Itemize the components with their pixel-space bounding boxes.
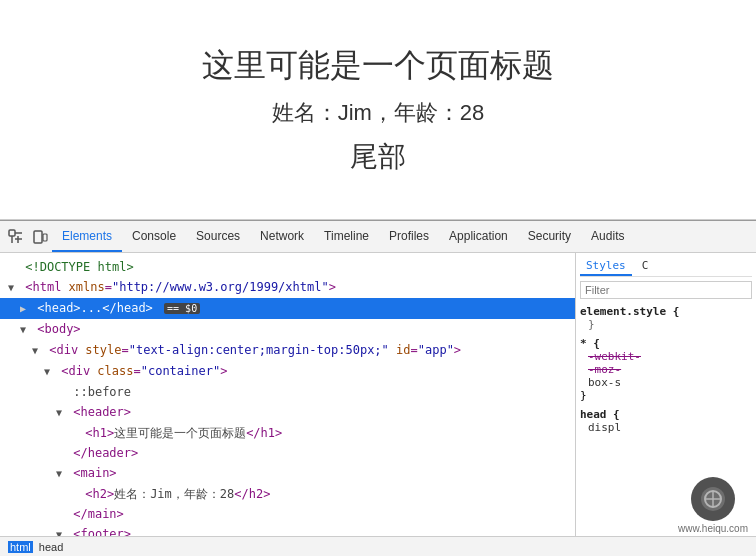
tab-profiles[interactable]: Profiles bbox=[379, 221, 439, 252]
devtools-panel: Elements Console Sources Network Timelin… bbox=[0, 220, 756, 556]
inspect-icon[interactable] bbox=[4, 225, 28, 249]
style-block-head: displ bbox=[580, 421, 752, 434]
dom-line-html[interactable]: <html xmlns="http://www.w3.org/1999/xhtm… bbox=[0, 277, 575, 298]
style-prop-display: displ bbox=[588, 421, 752, 434]
preview-area: 这里可能是一个页面标题 姓名：Jim，年龄：28 尾部 bbox=[0, 0, 756, 220]
tab-timeline[interactable]: Timeline bbox=[314, 221, 379, 252]
tab-network[interactable]: Network bbox=[250, 221, 314, 252]
tab-audits[interactable]: Audits bbox=[581, 221, 634, 252]
dom-line-header-close: </header> bbox=[0, 443, 575, 463]
dom-line-div-container[interactable]: <div class="container"> bbox=[0, 361, 575, 382]
styles-filter-input[interactable] bbox=[580, 281, 752, 299]
devtools-status-bar: html head bbox=[0, 536, 756, 556]
style-selector: element.style { bbox=[580, 305, 752, 318]
style-selector-star: * { bbox=[580, 337, 752, 350]
devtools-body: <!DOCTYPE html> <html xmlns="http://www.… bbox=[0, 253, 756, 536]
breadcrumb-html[interactable]: html bbox=[8, 541, 33, 553]
devtools-toolbar: Elements Console Sources Network Timelin… bbox=[0, 221, 756, 253]
style-selector-head: head { bbox=[580, 408, 752, 421]
style-prop-box: box-s bbox=[588, 376, 752, 389]
page-title: 这里可能是一个页面标题 bbox=[202, 44, 554, 88]
device-icon[interactable] bbox=[28, 225, 52, 249]
style-prop-moz: -moz- bbox=[588, 363, 752, 376]
page-subtitle: 姓名：Jim，年龄：28 bbox=[272, 98, 485, 128]
watermark-text: www.heiqu.com bbox=[678, 523, 748, 534]
breadcrumb-head[interactable]: head bbox=[37, 541, 65, 553]
page-footer: 尾部 bbox=[350, 138, 406, 176]
styles-tab-bar: Styles C bbox=[580, 257, 752, 277]
tab-application[interactable]: Application bbox=[439, 221, 518, 252]
dom-line-head[interactable]: <head>...</head> == $0 bbox=[0, 298, 575, 319]
svg-rect-5 bbox=[34, 231, 42, 243]
tab-elements[interactable]: Elements bbox=[52, 221, 122, 252]
style-block-star: -webkit- -moz- box-s bbox=[580, 350, 752, 389]
watermark: www.heiqu.com bbox=[678, 477, 748, 534]
dom-line-doctype: <!DOCTYPE html> bbox=[0, 257, 575, 277]
styles-tab-styles[interactable]: Styles bbox=[580, 257, 632, 276]
dom-line-main[interactable]: <main> bbox=[0, 463, 575, 484]
styles-tab-computed[interactable]: C bbox=[636, 257, 655, 276]
dom-line-body[interactable]: <body> bbox=[0, 319, 575, 340]
watermark-logo bbox=[691, 477, 735, 521]
dom-line-h1[interactable]: <h1>这里可能是一个页面标题</h1> bbox=[0, 423, 575, 443]
dom-line-h2[interactable]: <h2>姓名：Jim，年龄：28</h2> bbox=[0, 484, 575, 504]
dom-line-header[interactable]: <header> bbox=[0, 402, 575, 423]
style-close-star: } bbox=[580, 389, 752, 402]
dom-line-footer[interactable]: <footer> bbox=[0, 524, 575, 536]
tab-security[interactable]: Security bbox=[518, 221, 581, 252]
dom-line-before: ::before bbox=[0, 382, 575, 402]
style-rule-head: head { displ bbox=[580, 408, 752, 434]
devtools-tab-bar: Elements Console Sources Network Timelin… bbox=[52, 221, 752, 252]
style-rule-star: * { -webkit- -moz- box-s } bbox=[580, 337, 752, 402]
svg-rect-6 bbox=[43, 234, 47, 241]
elements-panel[interactable]: <!DOCTYPE html> <html xmlns="http://www.… bbox=[0, 253, 576, 536]
style-rule-element: element.style { } bbox=[580, 305, 752, 331]
dom-line-main-close: </main> bbox=[0, 504, 575, 524]
tab-sources[interactable]: Sources bbox=[186, 221, 250, 252]
style-prop-webkit: -webkit- bbox=[588, 350, 752, 363]
tab-console[interactable]: Console bbox=[122, 221, 186, 252]
style-block: } bbox=[580, 318, 752, 331]
svg-rect-0 bbox=[9, 230, 15, 236]
dom-line-div-app[interactable]: <div style="text-align:center;margin-top… bbox=[0, 340, 575, 361]
